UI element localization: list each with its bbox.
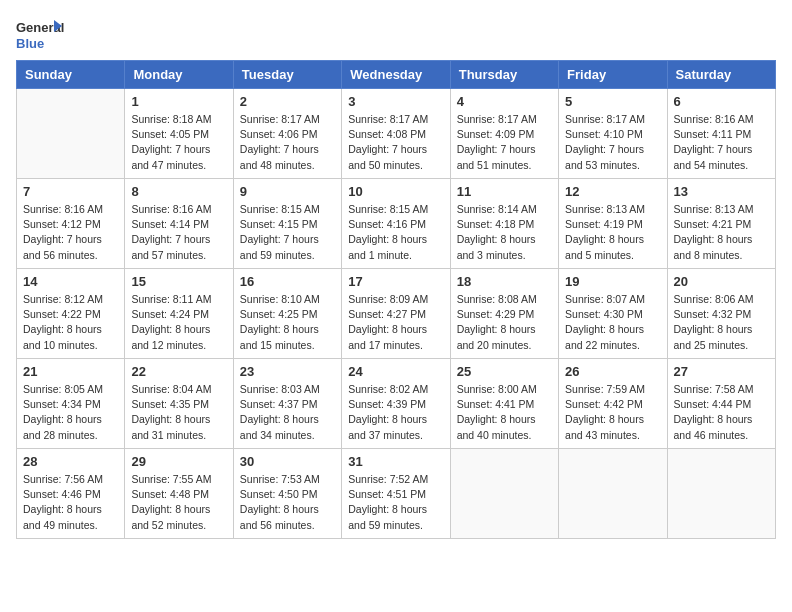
day-number: 8 (131, 184, 226, 199)
col-header-wednesday: Wednesday (342, 61, 450, 89)
day-number: 20 (674, 274, 769, 289)
cell-info: Sunrise: 8:15 AM Sunset: 4:15 PM Dayligh… (240, 202, 335, 263)
day-number: 29 (131, 454, 226, 469)
cell-info: Sunrise: 8:12 AM Sunset: 4:22 PM Dayligh… (23, 292, 118, 353)
calendar-cell: 3Sunrise: 8:17 AM Sunset: 4:08 PM Daylig… (342, 89, 450, 179)
cell-info: Sunrise: 8:17 AM Sunset: 4:09 PM Dayligh… (457, 112, 552, 173)
day-number: 18 (457, 274, 552, 289)
calendar-cell: 30Sunrise: 7:53 AM Sunset: 4:50 PM Dayli… (233, 449, 341, 539)
cell-info: Sunrise: 7:55 AM Sunset: 4:48 PM Dayligh… (131, 472, 226, 533)
day-number: 11 (457, 184, 552, 199)
day-number: 24 (348, 364, 443, 379)
day-number: 28 (23, 454, 118, 469)
cell-info: Sunrise: 8:16 AM Sunset: 4:12 PM Dayligh… (23, 202, 118, 263)
calendar-cell: 10Sunrise: 8:15 AM Sunset: 4:16 PM Dayli… (342, 179, 450, 269)
col-header-saturday: Saturday (667, 61, 775, 89)
calendar-cell: 14Sunrise: 8:12 AM Sunset: 4:22 PM Dayli… (17, 269, 125, 359)
cell-info: Sunrise: 7:59 AM Sunset: 4:42 PM Dayligh… (565, 382, 660, 443)
cell-info: Sunrise: 8:17 AM Sunset: 4:10 PM Dayligh… (565, 112, 660, 173)
day-number: 23 (240, 364, 335, 379)
calendar-cell: 19Sunrise: 8:07 AM Sunset: 4:30 PM Dayli… (559, 269, 667, 359)
calendar-cell: 28Sunrise: 7:56 AM Sunset: 4:46 PM Dayli… (17, 449, 125, 539)
calendar-cell: 5Sunrise: 8:17 AM Sunset: 4:10 PM Daylig… (559, 89, 667, 179)
cell-info: Sunrise: 8:00 AM Sunset: 4:41 PM Dayligh… (457, 382, 552, 443)
col-header-thursday: Thursday (450, 61, 558, 89)
cell-info: Sunrise: 8:04 AM Sunset: 4:35 PM Dayligh… (131, 382, 226, 443)
day-number: 13 (674, 184, 769, 199)
day-number: 7 (23, 184, 118, 199)
svg-text:Blue: Blue (16, 36, 44, 51)
cell-info: Sunrise: 8:18 AM Sunset: 4:05 PM Dayligh… (131, 112, 226, 173)
cell-info: Sunrise: 8:13 AM Sunset: 4:19 PM Dayligh… (565, 202, 660, 263)
day-number: 4 (457, 94, 552, 109)
col-header-tuesday: Tuesday (233, 61, 341, 89)
calendar-week-row: 7Sunrise: 8:16 AM Sunset: 4:12 PM Daylig… (17, 179, 776, 269)
cell-info: Sunrise: 8:09 AM Sunset: 4:27 PM Dayligh… (348, 292, 443, 353)
calendar-cell: 11Sunrise: 8:14 AM Sunset: 4:18 PM Dayli… (450, 179, 558, 269)
calendar-cell (17, 89, 125, 179)
logo-svg: General Blue (16, 16, 64, 52)
day-number: 17 (348, 274, 443, 289)
cell-info: Sunrise: 8:16 AM Sunset: 4:14 PM Dayligh… (131, 202, 226, 263)
day-number: 1 (131, 94, 226, 109)
calendar-cell: 7Sunrise: 8:16 AM Sunset: 4:12 PM Daylig… (17, 179, 125, 269)
calendar-cell: 9Sunrise: 8:15 AM Sunset: 4:15 PM Daylig… (233, 179, 341, 269)
calendar-cell: 2Sunrise: 8:17 AM Sunset: 4:06 PM Daylig… (233, 89, 341, 179)
calendar-cell: 17Sunrise: 8:09 AM Sunset: 4:27 PM Dayli… (342, 269, 450, 359)
day-number: 16 (240, 274, 335, 289)
col-header-friday: Friday (559, 61, 667, 89)
calendar-cell: 24Sunrise: 8:02 AM Sunset: 4:39 PM Dayli… (342, 359, 450, 449)
calendar-cell: 6Sunrise: 8:16 AM Sunset: 4:11 PM Daylig… (667, 89, 775, 179)
cell-info: Sunrise: 7:56 AM Sunset: 4:46 PM Dayligh… (23, 472, 118, 533)
calendar-cell (559, 449, 667, 539)
day-number: 9 (240, 184, 335, 199)
calendar-cell: 20Sunrise: 8:06 AM Sunset: 4:32 PM Dayli… (667, 269, 775, 359)
calendar-cell: 4Sunrise: 8:17 AM Sunset: 4:09 PM Daylig… (450, 89, 558, 179)
day-number: 6 (674, 94, 769, 109)
cell-info: Sunrise: 8:16 AM Sunset: 4:11 PM Dayligh… (674, 112, 769, 173)
logo: General Blue (16, 16, 64, 52)
cell-info: Sunrise: 8:08 AM Sunset: 4:29 PM Dayligh… (457, 292, 552, 353)
cell-info: Sunrise: 8:11 AM Sunset: 4:24 PM Dayligh… (131, 292, 226, 353)
cell-info: Sunrise: 7:53 AM Sunset: 4:50 PM Dayligh… (240, 472, 335, 533)
calendar-cell: 8Sunrise: 8:16 AM Sunset: 4:14 PM Daylig… (125, 179, 233, 269)
calendar-cell: 18Sunrise: 8:08 AM Sunset: 4:29 PM Dayli… (450, 269, 558, 359)
cell-info: Sunrise: 8:17 AM Sunset: 4:08 PM Dayligh… (348, 112, 443, 173)
calendar-week-row: 28Sunrise: 7:56 AM Sunset: 4:46 PM Dayli… (17, 449, 776, 539)
calendar-table: SundayMondayTuesdayWednesdayThursdayFrid… (16, 60, 776, 539)
cell-info: Sunrise: 8:05 AM Sunset: 4:34 PM Dayligh… (23, 382, 118, 443)
calendar-cell: 27Sunrise: 7:58 AM Sunset: 4:44 PM Dayli… (667, 359, 775, 449)
cell-info: Sunrise: 8:15 AM Sunset: 4:16 PM Dayligh… (348, 202, 443, 263)
col-header-monday: Monday (125, 61, 233, 89)
cell-info: Sunrise: 8:03 AM Sunset: 4:37 PM Dayligh… (240, 382, 335, 443)
day-number: 12 (565, 184, 660, 199)
day-number: 10 (348, 184, 443, 199)
calendar-cell: 22Sunrise: 8:04 AM Sunset: 4:35 PM Dayli… (125, 359, 233, 449)
day-number: 2 (240, 94, 335, 109)
day-number: 27 (674, 364, 769, 379)
calendar-cell: 23Sunrise: 8:03 AM Sunset: 4:37 PM Dayli… (233, 359, 341, 449)
calendar-cell: 1Sunrise: 8:18 AM Sunset: 4:05 PM Daylig… (125, 89, 233, 179)
cell-info: Sunrise: 8:17 AM Sunset: 4:06 PM Dayligh… (240, 112, 335, 173)
cell-info: Sunrise: 7:52 AM Sunset: 4:51 PM Dayligh… (348, 472, 443, 533)
calendar-cell: 25Sunrise: 8:00 AM Sunset: 4:41 PM Dayli… (450, 359, 558, 449)
calendar-cell (450, 449, 558, 539)
calendar-cell: 16Sunrise: 8:10 AM Sunset: 4:25 PM Dayli… (233, 269, 341, 359)
calendar-week-row: 14Sunrise: 8:12 AM Sunset: 4:22 PM Dayli… (17, 269, 776, 359)
calendar-cell (667, 449, 775, 539)
day-number: 3 (348, 94, 443, 109)
cell-info: Sunrise: 8:07 AM Sunset: 4:30 PM Dayligh… (565, 292, 660, 353)
day-number: 31 (348, 454, 443, 469)
day-number: 21 (23, 364, 118, 379)
calendar-cell: 13Sunrise: 8:13 AM Sunset: 4:21 PM Dayli… (667, 179, 775, 269)
calendar-cell: 29Sunrise: 7:55 AM Sunset: 4:48 PM Dayli… (125, 449, 233, 539)
cell-info: Sunrise: 8:14 AM Sunset: 4:18 PM Dayligh… (457, 202, 552, 263)
day-number: 5 (565, 94, 660, 109)
calendar-cell: 21Sunrise: 8:05 AM Sunset: 4:34 PM Dayli… (17, 359, 125, 449)
day-number: 30 (240, 454, 335, 469)
day-number: 22 (131, 364, 226, 379)
calendar-cell: 15Sunrise: 8:11 AM Sunset: 4:24 PM Dayli… (125, 269, 233, 359)
day-number: 25 (457, 364, 552, 379)
cell-info: Sunrise: 8:13 AM Sunset: 4:21 PM Dayligh… (674, 202, 769, 263)
calendar-week-row: 1Sunrise: 8:18 AM Sunset: 4:05 PM Daylig… (17, 89, 776, 179)
